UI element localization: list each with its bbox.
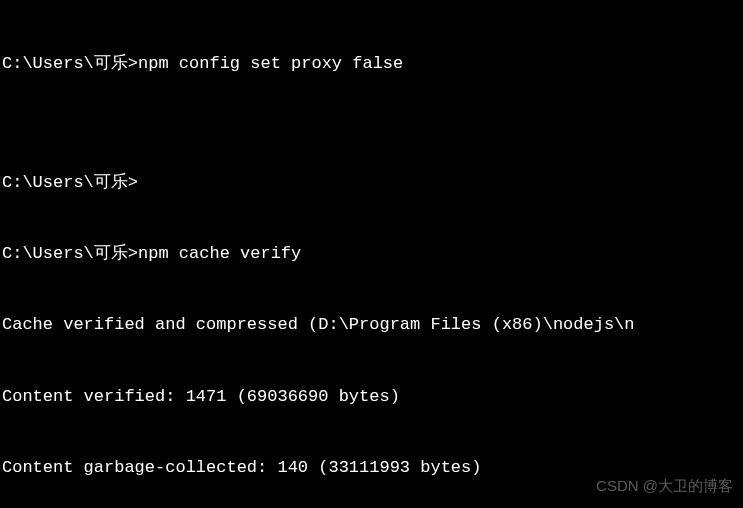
command-text: npm cache verify xyxy=(138,244,301,263)
command-line[interactable]: C:\Users\可乐>npm cache verify xyxy=(2,242,741,266)
prompt-label: C:\Users\可乐> xyxy=(2,54,138,73)
output-line: Content verified: 1471 (69036690 bytes) xyxy=(2,385,741,409)
prompt-label: C:\Users\可乐> xyxy=(2,173,138,192)
output-line: Cache verified and compressed (D:\Progra… xyxy=(2,313,741,337)
output-text: Cache verified and compressed (D:\Progra… xyxy=(2,315,635,334)
command-text: npm config set proxy false xyxy=(138,54,403,73)
prompt-label: C:\Users\可乐> xyxy=(2,244,138,263)
watermark-text: CSDN @大卫的博客 xyxy=(596,475,733,496)
command-line[interactable]: C:\Users\可乐> xyxy=(2,171,741,195)
output-text: Content verified: 1471 (69036690 bytes) xyxy=(2,387,400,406)
output-text: Content garbage-collected: 140 (33111993… xyxy=(2,458,481,477)
command-line[interactable]: C:\Users\可乐>npm config set proxy false xyxy=(2,52,741,76)
terminal-window[interactable]: C:\Users\可乐>npm config set proxy false C… xyxy=(0,0,743,508)
